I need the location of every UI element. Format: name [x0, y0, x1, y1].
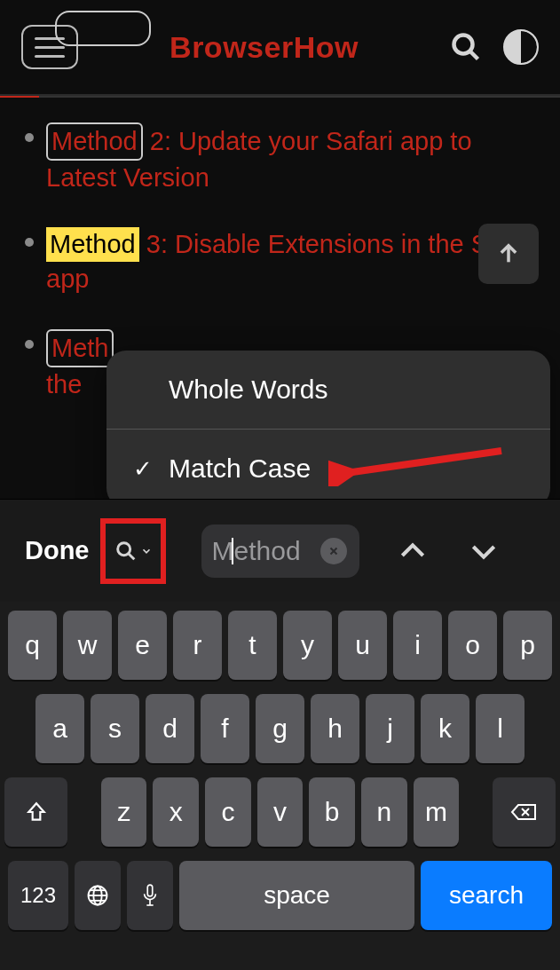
theme-toggle-icon[interactable]	[503, 29, 539, 65]
key-b[interactable]: b	[309, 777, 355, 847]
key-u[interactable]: u	[338, 611, 387, 680]
key-backspace[interactable]	[493, 777, 556, 847]
toc-link[interactable]: Method 3: Disable Extensions in the Safa…	[46, 227, 542, 296]
microphone-icon	[140, 883, 160, 908]
key-k[interactable]: k	[421, 694, 469, 763]
done-button[interactable]: Done	[25, 536, 90, 565]
keyboard-row-1: q w e r t y u i o p	[4, 611, 556, 680]
search-icon[interactable]	[450, 31, 482, 63]
bullet-icon	[25, 340, 34, 349]
scroll-to-top-button[interactable]	[478, 224, 539, 284]
key-space[interactable]: space	[179, 861, 414, 930]
find-input-value: Method	[205, 536, 301, 566]
key-x[interactable]: x	[153, 777, 199, 847]
shift-icon	[25, 800, 48, 824]
key-g[interactable]: g	[256, 694, 304, 763]
key-l[interactable]: l	[476, 694, 525, 763]
key-s[interactable]: s	[91, 694, 139, 763]
key-w[interactable]: w	[63, 611, 112, 680]
find-highlight-active: Method	[46, 227, 139, 262]
key-j[interactable]: j	[366, 694, 414, 763]
find-options-button[interactable]	[100, 518, 166, 584]
chevron-down-icon	[140, 545, 153, 557]
search-icon	[114, 539, 138, 564]
svg-point-0	[454, 35, 472, 54]
key-t[interactable]: t	[228, 611, 277, 680]
toc-link[interactable]: Meth the	[46, 329, 114, 402]
key-v[interactable]: v	[257, 777, 304, 847]
key-y[interactable]: y	[283, 611, 332, 680]
checkmark-icon: ✓	[133, 455, 154, 483]
key-shift[interactable]	[4, 777, 67, 847]
option-label: Match Case	[169, 453, 311, 484]
site-logo: BrowserHow	[170, 30, 359, 65]
key-e[interactable]: e	[118, 611, 167, 680]
onscreen-keyboard: q w e r t y u i o p a s d f g h j k l z …	[0, 602, 560, 970]
keyboard-row-4: 123 space search	[4, 861, 556, 930]
key-z[interactable]: z	[101, 777, 147, 847]
backspace-icon	[510, 801, 537, 823]
key-r[interactable]: r	[173, 611, 222, 680]
key-d[interactable]: d	[146, 694, 194, 763]
key-c[interactable]: c	[205, 777, 251, 847]
svg-line-5	[128, 553, 133, 558]
svg-point-4	[117, 542, 130, 555]
find-input[interactable]: Method	[201, 524, 359, 578]
header-actions	[450, 29, 539, 65]
list-item: Method 3: Disable Extensions in the Safa…	[18, 227, 542, 296]
key-a[interactable]: a	[35, 694, 84, 763]
find-prev-button[interactable]	[395, 533, 430, 569]
find-in-page-bar: Done Method	[0, 499, 560, 602]
keyboard-row-2: a s d f g h j k l	[4, 694, 556, 763]
svg-rect-15	[147, 885, 153, 896]
app-header: BrowserHow	[0, 0, 560, 96]
text-cursor	[232, 538, 233, 564]
bullet-icon	[25, 133, 34, 142]
decorative-outline	[55, 11, 151, 46]
globe-icon	[85, 883, 110, 908]
list-item: Method 2: Update your Safari app to Late…	[18, 122, 542, 195]
link-text: the	[46, 370, 82, 398]
key-globe[interactable]	[75, 861, 121, 930]
find-highlight: Method	[46, 122, 143, 161]
option-label: Whole Words	[169, 375, 328, 405]
key-p[interactable]: p	[503, 611, 552, 680]
option-whole-words[interactable]: Whole Words	[106, 351, 550, 429]
key-q[interactable]: q	[8, 611, 57, 680]
key-o[interactable]: o	[448, 611, 497, 680]
option-match-case[interactable]: ✓ Match Case	[106, 430, 550, 508]
x-icon	[328, 546, 339, 556]
key-search[interactable]: search	[421, 861, 552, 930]
key-f[interactable]: f	[201, 694, 249, 763]
key-dictation[interactable]	[127, 861, 173, 930]
key-i[interactable]: i	[393, 611, 442, 680]
find-input-text: Method	[212, 536, 301, 565]
key-m[interactable]: m	[414, 777, 460, 847]
svg-line-1	[469, 51, 477, 59]
keyboard-row-3: z x c v b n m	[4, 777, 556, 847]
find-next-button[interactable]	[466, 533, 501, 569]
bullet-icon	[25, 238, 34, 247]
find-highlight: Meth	[46, 329, 114, 367]
key-123[interactable]: 123	[8, 861, 68, 930]
find-options-popup: Whole Words ✓ Match Case	[106, 351, 550, 508]
key-n[interactable]: n	[361, 777, 407, 847]
key-h[interactable]: h	[311, 694, 359, 763]
toc-link[interactable]: Method 2: Update your Safari app to Late…	[46, 122, 542, 195]
arrow-up-icon	[496, 241, 521, 266]
clear-input-button[interactable]	[320, 538, 347, 564]
